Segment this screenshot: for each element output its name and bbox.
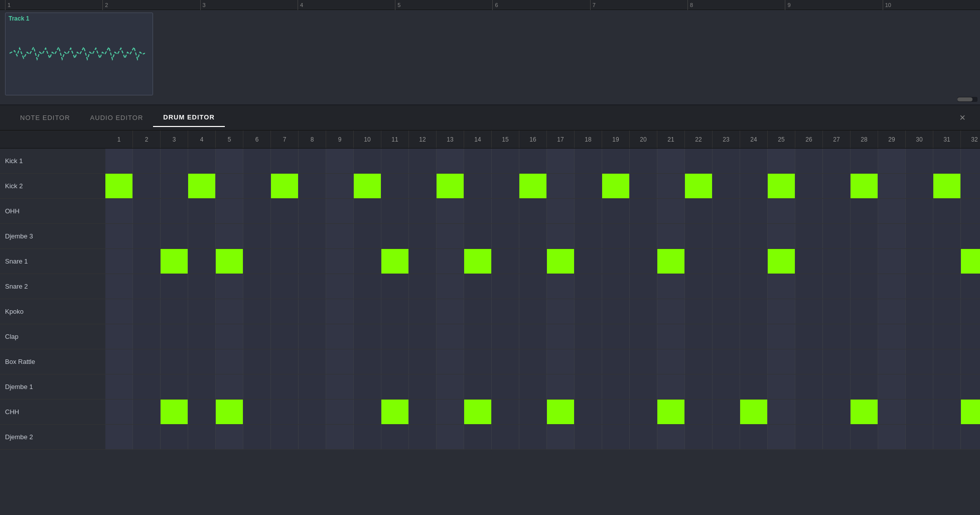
drum-cell[interactable] — [575, 199, 602, 223]
drum-cell[interactable] — [243, 299, 271, 324]
drum-cell[interactable] — [409, 374, 437, 399]
drum-cell[interactable] — [933, 199, 961, 223]
drum-cell[interactable] — [354, 299, 381, 324]
drum-cell[interactable] — [464, 425, 492, 449]
drum-cell[interactable] — [547, 425, 575, 449]
drum-cell[interactable] — [133, 374, 161, 399]
drum-cell[interactable] — [795, 274, 823, 299]
drum-cell[interactable] — [354, 349, 381, 374]
drum-cell[interactable] — [713, 374, 740, 399]
drum-cell[interactable] — [161, 174, 188, 198]
drum-cell[interactable] — [299, 174, 326, 198]
timeline-horizontal-scrollbar[interactable] — [957, 97, 977, 102]
drum-cell[interactable] — [630, 299, 657, 324]
drum-cell[interactable] — [851, 199, 878, 223]
drum-cell[interactable] — [381, 349, 409, 374]
drum-cell[interactable] — [547, 400, 575, 424]
drum-cell[interactable] — [878, 349, 906, 374]
drum-cell[interactable] — [188, 199, 216, 223]
drum-cell[interactable] — [547, 324, 575, 349]
drum-cell[interactable] — [216, 324, 243, 349]
drum-cell[interactable] — [299, 249, 326, 274]
drum-cell[interactable] — [492, 400, 519, 424]
drum-cell[interactable] — [795, 400, 823, 424]
drum-cell[interactable] — [657, 174, 685, 198]
drum-cell[interactable] — [602, 249, 630, 274]
drum-cell[interactable] — [105, 199, 133, 223]
drum-cell[interactable] — [906, 425, 933, 449]
drum-cell[interactable] — [713, 149, 740, 173]
drum-cell[interactable] — [630, 324, 657, 349]
drum-cell[interactable] — [326, 374, 354, 399]
drum-cell[interactable] — [602, 224, 630, 248]
drum-cell[interactable] — [464, 324, 492, 349]
drum-cell[interactable] — [961, 174, 980, 198]
drum-cell[interactable] — [409, 324, 437, 349]
drum-cell[interactable] — [133, 199, 161, 223]
drum-cell[interactable] — [326, 149, 354, 173]
drum-cell[interactable] — [878, 224, 906, 248]
drum-cell[interactable] — [299, 400, 326, 424]
drum-cell[interactable] — [851, 299, 878, 324]
drum-cell[interactable] — [188, 425, 216, 449]
drum-cell[interactable] — [133, 400, 161, 424]
drum-cell[interactable] — [933, 349, 961, 374]
drum-cell[interactable] — [547, 349, 575, 374]
drum-cell[interactable] — [906, 174, 933, 198]
drum-cell[interactable] — [271, 299, 299, 324]
drum-cell[interactable] — [326, 274, 354, 299]
drum-cell[interactable] — [657, 425, 685, 449]
drum-cell[interactable] — [547, 174, 575, 198]
drum-cell[interactable] — [299, 425, 326, 449]
drum-cell[interactable] — [933, 400, 961, 424]
drum-cell[interactable] — [271, 224, 299, 248]
drum-cell[interactable] — [133, 224, 161, 248]
drum-cell[interactable] — [685, 274, 713, 299]
drum-cell[interactable] — [299, 274, 326, 299]
drum-cell[interactable] — [740, 174, 768, 198]
drum-cell[interactable] — [299, 199, 326, 223]
drum-cell[interactable] — [492, 274, 519, 299]
drum-cell[interactable] — [326, 249, 354, 274]
drum-cell[interactable] — [768, 349, 795, 374]
drum-cell[interactable] — [657, 249, 685, 274]
drum-cell[interactable] — [851, 400, 878, 424]
drum-cell[interactable] — [464, 299, 492, 324]
drum-cell[interactable] — [740, 199, 768, 223]
drum-cell[interactable] — [271, 349, 299, 374]
drum-cell[interactable] — [105, 174, 133, 198]
drum-cell[interactable] — [519, 299, 547, 324]
drum-cell[interactable] — [740, 425, 768, 449]
drum-cell[interactable] — [161, 224, 188, 248]
drum-grid-scroll[interactable]: 1234567891011121314151617181920212223242… — [105, 131, 980, 450]
drum-cell[interactable] — [437, 425, 464, 449]
drum-cell[interactable] — [133, 299, 161, 324]
drum-cell[interactable] — [216, 249, 243, 274]
drum-cell[interactable] — [961, 249, 980, 274]
drum-cell[interactable] — [437, 224, 464, 248]
drum-cell[interactable] — [685, 224, 713, 248]
drum-cell[interactable] — [823, 274, 851, 299]
drum-cell[interactable] — [271, 199, 299, 223]
drum-cell[interactable] — [216, 374, 243, 399]
drum-cell[interactable] — [961, 374, 980, 399]
drum-cell[interactable] — [961, 400, 980, 424]
drum-cell[interactable] — [409, 149, 437, 173]
drum-cell[interactable] — [713, 199, 740, 223]
drum-cell[interactable] — [713, 249, 740, 274]
drum-cell[interactable] — [105, 400, 133, 424]
drum-cell[interactable] — [492, 249, 519, 274]
drum-cell[interactable] — [851, 249, 878, 274]
drum-cell[interactable] — [878, 174, 906, 198]
drum-cell[interactable] — [409, 274, 437, 299]
drum-cell[interactable] — [575, 349, 602, 374]
drum-cell[interactable] — [326, 299, 354, 324]
drum-cell[interactable] — [933, 425, 961, 449]
drum-cell[interactable] — [933, 174, 961, 198]
drum-cell[interactable] — [906, 149, 933, 173]
drum-cell[interactable] — [657, 324, 685, 349]
drum-cell[interactable] — [602, 149, 630, 173]
drum-cell[interactable] — [768, 149, 795, 173]
drum-cell[interactable] — [961, 149, 980, 173]
drum-cell[interactable] — [713, 349, 740, 374]
